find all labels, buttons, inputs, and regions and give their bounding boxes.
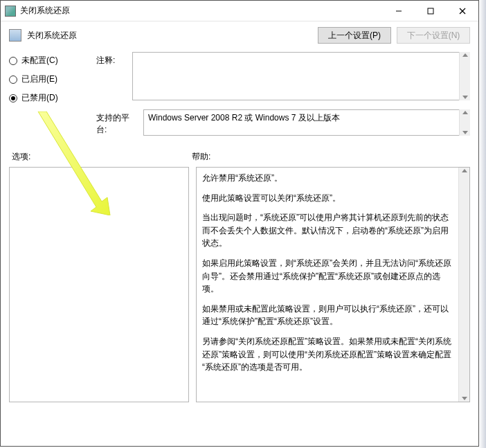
window-title: 关闭系统还原	[20, 5, 70, 17]
edge-shadow	[479, 0, 486, 448]
svg-rect-1	[428, 8, 433, 14]
radio-icon	[9, 75, 17, 84]
comment-textarea[interactable]	[132, 52, 470, 100]
titlebar: 关闭系统还原	[1, 1, 478, 21]
radio-icon	[9, 57, 17, 65]
help-label: 帮助:	[192, 151, 467, 163]
options-label: 选项:	[12, 151, 192, 163]
radio-icon	[9, 94, 17, 102]
radio-not-configured[interactable]: 未配置(C)	[9, 55, 92, 66]
radio-enabled[interactable]: 已启用(E)	[9, 73, 92, 85]
help-paragraph: 另请参阅“关闭系统还原配置”策略设置。如果禁用或未配置“关闭系统还原”策略设置，…	[202, 335, 456, 374]
help-paragraph: 当出现问题时，“系统还原”可以使用户将其计算机还原到先前的状态而不会丢失个人数据…	[202, 211, 456, 250]
policy-title: 关闭系统还原	[27, 30, 77, 42]
supported-on-box: Windows Server 2008 R2 或 Windows 7 及以上版本	[143, 109, 470, 136]
radio-label: 已禁用(D)	[21, 92, 58, 104]
help-paragraph: 使用此策略设置可以关闭“系统还原”。	[202, 192, 456, 205]
radio-label: 已启用(E)	[21, 73, 57, 85]
help-paragraph: 如果禁用或未配置此策略设置，则用户可以执行“系统还原”，还可以通过“系统保护”配…	[202, 303, 456, 328]
close-button[interactable]	[447, 1, 478, 21]
help-paragraph: 允许禁用“系统还原”。	[202, 172, 456, 185]
policy-icon	[9, 29, 21, 42]
next-setting-button: 下一个设置(N)	[397, 27, 470, 44]
radio-disabled[interactable]: 已禁用(D)	[9, 92, 92, 104]
scrollbar[interactable]	[459, 52, 470, 100]
comment-label: 注释:	[96, 52, 128, 66]
options-box	[9, 167, 189, 402]
maximize-button[interactable]	[415, 1, 447, 21]
scrollbar[interactable]	[459, 109, 470, 136]
help-paragraph: 如果启用此策略设置，则“系统还原”会关闭，并且无法访问“系统还原向导”。还会禁用…	[202, 257, 456, 296]
previous-setting-button[interactable]: 上一个设置(P)	[318, 27, 391, 44]
scrollbar[interactable]	[458, 168, 469, 402]
supported-on-label: 支持的平台:	[96, 109, 139, 136]
policy-header: 关闭系统还原	[9, 29, 77, 42]
minimize-button[interactable]	[383, 1, 415, 21]
help-box: 允许禁用“系统还原”。 使用此策略设置可以关闭“系统还原”。 当出现问题时，“系…	[196, 167, 470, 402]
radio-label: 未配置(C)	[21, 55, 58, 66]
supported-on-value: Windows Server 2008 R2 或 Windows 7 及以上版本	[148, 113, 340, 123]
window-icon	[5, 6, 16, 17]
